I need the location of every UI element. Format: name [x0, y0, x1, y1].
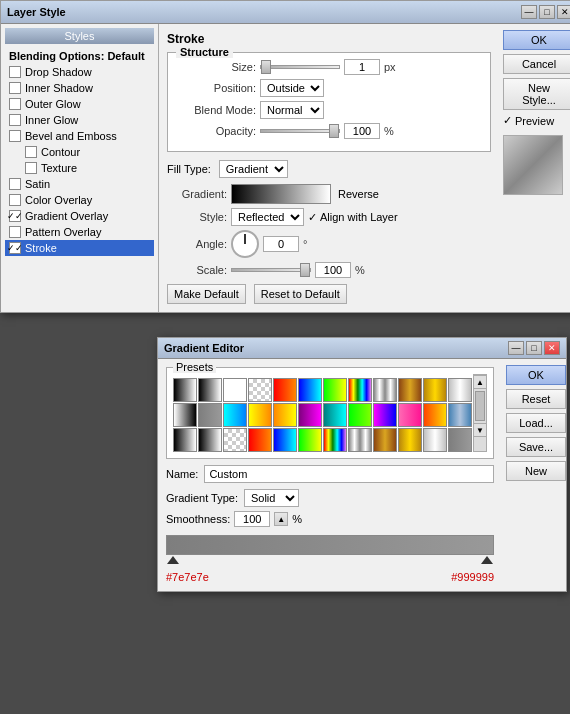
texture-checkbox[interactable] [25, 162, 37, 174]
preset-swatch-29[interactable] [298, 428, 322, 452]
reverse-checkbox-label[interactable]: Reverse [335, 188, 379, 200]
stop-arrow-left[interactable] [167, 556, 179, 564]
minimize-button[interactable]: — [521, 5, 537, 19]
grad-new-button[interactable]: New [506, 461, 566, 481]
sidebar-item-drop-shadow[interactable]: Drop Shadow [5, 64, 154, 80]
preset-swatch-28[interactable] [273, 428, 297, 452]
smoothness-input[interactable] [234, 511, 270, 527]
grad-close-button[interactable]: ✕ [544, 341, 560, 355]
sidebar-item-outer-glow[interactable]: Outer Glow [5, 96, 154, 112]
align-layer-checkbox[interactable]: ✓ [308, 211, 317, 224]
preset-swatch-2[interactable] [223, 378, 247, 402]
preset-swatch-23[interactable] [448, 403, 472, 427]
angle-dial[interactable] [231, 230, 259, 258]
preset-swatch-34[interactable] [423, 428, 447, 452]
preset-swatch-0[interactable] [173, 378, 197, 402]
style-select[interactable]: Reflected Linear Radial Angle Diamond [231, 208, 304, 226]
preset-swatch-30[interactable] [323, 428, 347, 452]
preview-checkbox[interactable]: ✓ [503, 114, 512, 127]
sidebar-item-inner-glow[interactable]: Inner Glow [5, 112, 154, 128]
fill-type-select[interactable]: Gradient Color Pattern [219, 160, 288, 178]
pattern-overlay-checkbox[interactable] [9, 226, 21, 238]
preset-swatch-33[interactable] [398, 428, 422, 452]
scale-slider[interactable] [231, 268, 311, 272]
color-overlay-checkbox[interactable] [9, 194, 21, 206]
satin-checkbox[interactable] [9, 178, 21, 190]
preset-swatch-18[interactable] [323, 403, 347, 427]
preset-swatch-17[interactable] [298, 403, 322, 427]
preset-swatch-8[interactable] [373, 378, 397, 402]
preset-swatch-4[interactable] [273, 378, 297, 402]
size-input[interactable] [344, 59, 380, 75]
grad-save-button[interactable]: Save... [506, 437, 566, 457]
cancel-button[interactable]: Cancel [503, 54, 570, 74]
preset-swatch-27[interactable] [248, 428, 272, 452]
size-slider[interactable] [260, 65, 340, 69]
scale-slider-thumb[interactable] [300, 263, 310, 277]
preset-swatch-12[interactable] [173, 403, 197, 427]
opacity-slider-thumb[interactable] [329, 124, 339, 138]
preset-swatch-11[interactable] [448, 378, 472, 402]
grad-maximize-button[interactable]: □ [526, 341, 542, 355]
opacity-input[interactable] [344, 123, 380, 139]
outer-glow-checkbox[interactable] [9, 98, 21, 110]
gradient-type-select[interactable]: Solid Noise [244, 489, 299, 507]
close-button[interactable]: ✕ [557, 5, 570, 19]
grad-reset-button[interactable]: Reset [506, 389, 566, 409]
scroll-thumb[interactable] [475, 391, 485, 421]
preset-swatch-20[interactable] [373, 403, 397, 427]
drop-shadow-checkbox[interactable] [9, 66, 21, 78]
color-stops-bar[interactable] [166, 535, 494, 555]
sidebar-item-inner-shadow[interactable]: Inner Shadow [5, 80, 154, 96]
preset-swatch-15[interactable] [248, 403, 272, 427]
make-default-button[interactable]: Make Default [167, 284, 246, 304]
preset-swatch-21[interactable] [398, 403, 422, 427]
new-style-button[interactable]: New Style... [503, 78, 570, 110]
preset-swatch-31[interactable] [348, 428, 372, 452]
preset-swatch-13[interactable] [198, 403, 222, 427]
reset-to-default-button[interactable]: Reset to Default [254, 284, 347, 304]
blend-mode-select[interactable]: Normal Multiply Screen [260, 101, 324, 119]
preset-swatch-6[interactable] [323, 378, 347, 402]
grad-minimize-button[interactable]: — [508, 341, 524, 355]
preset-swatch-26[interactable] [223, 428, 247, 452]
grad-load-button[interactable]: Load... [506, 413, 566, 433]
preset-swatch-3[interactable] [248, 378, 272, 402]
preview-checkbox-container[interactable]: ✓ Preview [503, 114, 570, 127]
sidebar-item-texture[interactable]: Texture [5, 160, 154, 176]
preset-swatch-25[interactable] [198, 428, 222, 452]
gradient-picker[interactable] [231, 184, 331, 204]
opacity-slider[interactable] [260, 129, 340, 133]
ok-button[interactable]: OK [503, 30, 570, 50]
sidebar-item-gradient-overlay[interactable]: ✓ Gradient Overlay [5, 208, 154, 224]
preset-swatch-32[interactable] [373, 428, 397, 452]
contour-checkbox[interactable] [25, 146, 37, 158]
preset-swatch-24[interactable] [173, 428, 197, 452]
sidebar-item-stroke[interactable]: ✓ Stroke [5, 240, 154, 256]
preset-swatch-16[interactable] [273, 403, 297, 427]
position-select[interactable]: Outside Inside Center [260, 79, 324, 97]
align-layer-label[interactable]: ✓ Align with Layer [308, 211, 398, 224]
stop-arrow-right[interactable] [481, 556, 493, 564]
gradient-overlay-checkbox[interactable]: ✓ [9, 210, 21, 222]
preset-swatch-14[interactable] [223, 403, 247, 427]
scale-input[interactable] [315, 262, 351, 278]
preset-swatch-10[interactable] [423, 378, 447, 402]
grad-ok-button[interactable]: OK [506, 365, 566, 385]
inner-glow-checkbox[interactable] [9, 114, 21, 126]
sidebar-item-satin[interactable]: Satin [5, 176, 154, 192]
preset-swatch-35[interactable] [448, 428, 472, 452]
preset-swatch-5[interactable] [298, 378, 322, 402]
inner-shadow-checkbox[interactable] [9, 82, 21, 94]
sidebar-item-bevel-emboss[interactable]: Bevel and Emboss [5, 128, 154, 144]
name-input[interactable] [204, 465, 494, 483]
preset-swatch-9[interactable] [398, 378, 422, 402]
sidebar-item-blending-options[interactable]: Blending Options: Default [5, 48, 154, 64]
smoothness-up-button[interactable]: ▲ [274, 512, 288, 526]
sidebar-item-contour[interactable]: Contour [5, 144, 154, 160]
stroke-checkbox[interactable]: ✓ [9, 242, 21, 254]
sidebar-item-pattern-overlay[interactable]: Pattern Overlay [5, 224, 154, 240]
sidebar-item-color-overlay[interactable]: Color Overlay [5, 192, 154, 208]
scroll-down-button[interactable]: ▼ [473, 423, 487, 437]
preset-swatch-1[interactable] [198, 378, 222, 402]
